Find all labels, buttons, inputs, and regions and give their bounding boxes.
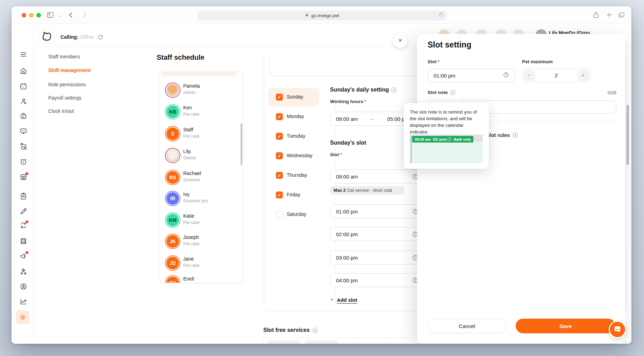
info-icon[interactable]: i <box>313 328 318 333</box>
sidebar-item-shift-management[interactable]: Shift management <box>48 67 91 73</box>
day-row-tuesday[interactable]: ✓Tuesday <box>268 127 319 145</box>
services-icon[interactable] <box>20 112 27 120</box>
working-hours-start: 09:00 am <box>336 116 358 122</box>
clock-icon <box>503 72 509 79</box>
menu-icon[interactable] <box>20 51 27 58</box>
staff-row-eneli[interactable]: EV Eneli <box>159 272 243 283</box>
modal-title: Slot setting <box>428 40 471 50</box>
url-text: go.moego.pet <box>311 13 339 18</box>
slot-input-5[interactable]: 04:00 pm <box>330 273 423 287</box>
sidebar-toggle-icon[interactable] <box>46 11 54 20</box>
clients-icon[interactable] <box>20 97 27 105</box>
staff-row-pamela[interactable]: Pamela Admin <box>159 79 243 101</box>
slot-label: Slot* <box>330 152 342 157</box>
marketing-icon[interactable] <box>20 252 27 260</box>
close-icon[interactable]: × <box>393 33 408 48</box>
service-pill[interactable] <box>268 340 300 344</box>
modal-slot-input[interactable]: 01:00 pm <box>428 68 515 82</box>
pet-maximum-label: Pet maximum <box>522 59 553 64</box>
plus-button[interactable]: + <box>577 70 589 81</box>
slot-indicator: 09:00 am 0/2 petsi Bath only <box>412 136 473 143</box>
close-window-button[interactable] <box>22 13 26 17</box>
cancel-button[interactable]: Cancel <box>428 319 506 333</box>
add-slot-button[interactable]: + Add slot <box>330 296 357 304</box>
alerts-icon[interactable] <box>20 158 27 166</box>
back-button[interactable] <box>67 12 74 20</box>
staff-row-rachael[interactable]: RS Rachael Groomer <box>159 167 243 188</box>
forward-button[interactable] <box>81 12 88 20</box>
register-icon[interactable] <box>20 173 27 181</box>
service-pill[interactable] <box>305 340 338 344</box>
forms-icon[interactable] <box>20 192 27 200</box>
zoom-window-button[interactable] <box>36 13 41 17</box>
sync-icon[interactable] <box>20 221 27 229</box>
staff-name: Katie <box>183 213 194 219</box>
slot-section-title: Sunday's slot <box>330 140 366 146</box>
staff-row-jane[interactable]: JD Jane Pet care <box>159 252 243 274</box>
slot-input-2[interactable]: 01:00 pm <box>330 204 423 218</box>
reports-icon[interactable] <box>20 298 27 305</box>
new-tab-icon[interactable] <box>606 12 613 20</box>
plus-icon: + <box>330 296 334 304</box>
day-row-thursday[interactable]: ✓Thursday <box>268 166 319 184</box>
home-icon[interactable] <box>20 67 27 75</box>
minimize-window-button[interactable] <box>29 13 34 17</box>
info-icon[interactable]: i <box>450 90 456 95</box>
settings-icon[interactable] <box>16 310 30 324</box>
compose-icon[interactable] <box>20 208 27 215</box>
checkbox-checked-icon[interactable]: ✓ <box>276 94 283 101</box>
staff-row-katie[interactable]: KM Katie Pet care <box>159 209 243 231</box>
checkbox-checked-icon[interactable]: ✓ <box>276 133 283 140</box>
chat-launcher-button[interactable] <box>609 321 626 338</box>
day-row-wednesday[interactable]: ✓Wednesday <box>268 147 319 165</box>
staff-row-ken[interactable]: KB Ken Pet care <box>159 101 243 123</box>
checkbox-unchecked-icon[interactable] <box>276 211 283 218</box>
info-icon[interactable]: i <box>513 132 518 138</box>
info-icon[interactable]: i <box>391 87 396 93</box>
store-icon[interactable] <box>20 237 27 245</box>
staff-role: Owner <box>183 155 196 160</box>
modal-slot-label: Slot* <box>428 59 439 64</box>
staff-row-staff[interactable]: S Staff Pet care <box>159 123 243 145</box>
staff-role: Groomer pro <box>183 198 208 203</box>
chevron-down-icon[interactable] <box>58 13 62 20</box>
day-row-saturday[interactable]: Saturday <box>268 205 319 224</box>
staff-name: Rachael <box>183 170 201 176</box>
slot-input-4[interactable]: 03:00 pm <box>330 250 423 264</box>
moego-logo <box>40 29 54 44</box>
refresh-calling-icon[interactable] <box>98 34 103 42</box>
save-button[interactable]: Save <box>516 319 615 333</box>
day-row-friday[interactable]: ✓Friday <box>268 186 319 204</box>
sidebar-item-payroll-settings[interactable]: Payroll settings <box>48 95 81 101</box>
messages-icon[interactable] <box>20 127 27 135</box>
sidebar-item-role-permissions[interactable]: Role permissions <box>48 82 86 87</box>
url-bar[interactable]: go.moego.pet <box>198 10 446 20</box>
staff-row-joseph[interactable]: JK Joseph Pet care <box>159 231 243 252</box>
avatar: JD <box>165 255 180 271</box>
checkbox-checked-icon[interactable]: ✓ <box>276 152 283 159</box>
staff-name: Eneli <box>183 276 194 282</box>
staff-name: Pamela <box>183 83 200 89</box>
day-row-monday[interactable]: ✓Monday <box>268 108 319 126</box>
avatar <box>165 148 180 163</box>
page-title: Staff schedule <box>157 53 205 61</box>
checkbox-checked-icon[interactable]: ✓ <box>276 172 283 179</box>
reload-icon[interactable] <box>438 12 443 19</box>
staff-row-lily[interactable]: Lily. Owner <box>159 145 243 166</box>
share-icon[interactable] <box>593 11 600 20</box>
slot-input-1[interactable]: 09:00 am <box>330 169 423 183</box>
page-scrollbar[interactable] <box>627 105 629 165</box>
booking-icon[interactable] <box>20 142 27 150</box>
tab-overview-icon[interactable] <box>618 12 625 20</box>
sidebar-item-staff-members[interactable]: Staff members <box>48 54 80 59</box>
checkbox-checked-icon[interactable]: ✓ <box>276 191 283 198</box>
reviews-icon[interactable] <box>20 268 27 275</box>
calendar-icon[interactable] <box>20 82 27 90</box>
slot-input-3[interactable]: 02:00 pm <box>330 227 423 241</box>
sidebar-item-clock-in-out[interactable]: Clock in/out <box>48 108 74 114</box>
checkbox-checked-icon[interactable]: ✓ <box>276 113 283 120</box>
membership-icon[interactable] <box>20 283 27 290</box>
staff-row-ivy[interactable]: IR Ivy Groomer pro <box>159 188 243 209</box>
staff-list-scrollbar[interactable] <box>241 123 242 165</box>
day-row-sunday[interactable]: ✓Sunday <box>268 88 319 106</box>
